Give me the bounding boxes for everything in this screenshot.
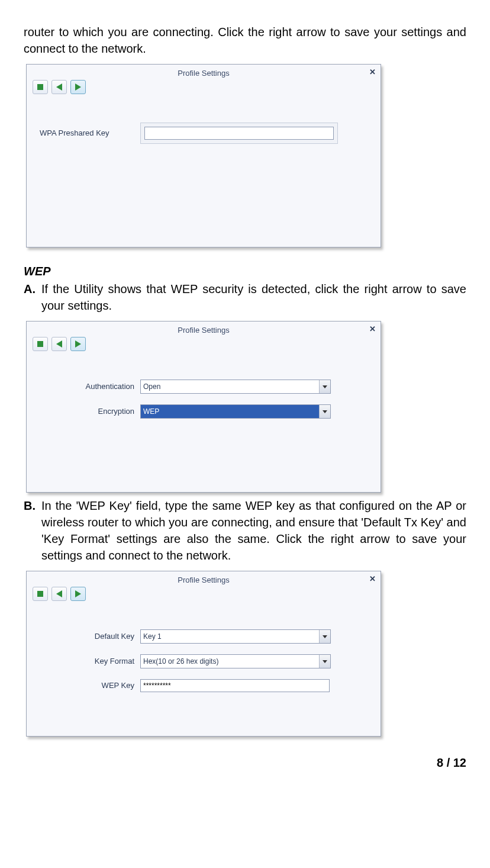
intro-text: router to which you are connecting. Clic…	[24, 24, 466, 57]
key-format-combo[interactable]: Hex(10 or 26 hex digits)	[140, 654, 331, 668]
arrow-left-icon	[56, 83, 62, 91]
default-key-value: Key 1	[141, 630, 319, 643]
encryption-combo[interactable]: WEP	[140, 404, 331, 419]
page-number: 8 / 12	[24, 754, 466, 771]
auth-label: Authentication	[40, 381, 140, 392]
dialog-auth: Profile Settings ✕ Authentication Open E…	[26, 321, 381, 493]
arrow-left-icon	[56, 590, 62, 597]
back-button[interactable]	[51, 587, 67, 601]
dialog-title: Profile Settings	[27, 322, 381, 338]
default-key-combo[interactable]: Key 1	[140, 629, 331, 644]
stop-button[interactable]	[33, 80, 48, 94]
forward-button[interactable]	[70, 337, 86, 351]
stop-icon	[37, 591, 43, 597]
close-icon[interactable]: ✕	[369, 67, 376, 78]
encryption-value: WEP	[141, 405, 319, 418]
step-a-text: If the Utility shows that WEP security i…	[41, 281, 466, 314]
dropdown-button[interactable]	[319, 380, 330, 393]
arrow-right-icon	[75, 590, 81, 597]
dialog-wpa: Profile Settings ✕ WPA Preshared Key	[26, 64, 381, 247]
dropdown-button[interactable]	[319, 630, 330, 643]
forward-button[interactable]	[70, 587, 86, 601]
dialog-wepkey: Profile Settings ✕ Default Key Key 1 Key…	[26, 571, 381, 737]
wpa-key-input[interactable]	[144, 127, 334, 140]
default-key-label: Default Key	[40, 631, 140, 642]
stop-icon	[37, 341, 43, 347]
dialog-title: Profile Settings	[27, 571, 381, 588]
step-b-marker: B.	[24, 497, 38, 564]
encryption-label: Encryption	[40, 406, 140, 417]
close-icon[interactable]: ✕	[369, 574, 376, 584]
close-icon[interactable]: ✕	[369, 324, 376, 335]
arrow-right-icon	[75, 340, 81, 348]
back-button[interactable]	[51, 337, 67, 351]
chevron-down-icon	[323, 410, 327, 413]
stop-button[interactable]	[33, 337, 48, 351]
dialog-title: Profile Settings	[27, 65, 381, 81]
key-format-label: Key Format	[40, 656, 140, 667]
back-button[interactable]	[51, 80, 67, 94]
arrow-left-icon	[56, 340, 62, 348]
dropdown-button[interactable]	[319, 405, 330, 418]
dropdown-button[interactable]	[319, 655, 330, 668]
auth-value: Open	[141, 380, 319, 393]
key-format-value: Hex(10 or 26 hex digits)	[141, 655, 319, 668]
arrow-right-icon	[75, 83, 81, 91]
chevron-down-icon	[323, 385, 327, 388]
stop-icon	[37, 84, 43, 90]
step-b-text: In the 'WEP Key' field, type the same WE…	[41, 497, 466, 564]
chevron-down-icon	[323, 660, 327, 663]
wep-key-label: WEP Key	[40, 680, 140, 691]
wep-heading: WEP	[24, 263, 466, 279]
forward-button[interactable]	[70, 80, 86, 94]
stop-button[interactable]	[33, 587, 48, 601]
auth-combo[interactable]: Open	[140, 380, 331, 394]
input-frame	[140, 123, 338, 144]
wpa-key-label: WPA Preshared Key	[40, 128, 140, 139]
step-a-marker: A.	[24, 281, 38, 314]
chevron-down-icon	[323, 635, 327, 638]
wep-key-input[interactable]	[140, 679, 330, 692]
